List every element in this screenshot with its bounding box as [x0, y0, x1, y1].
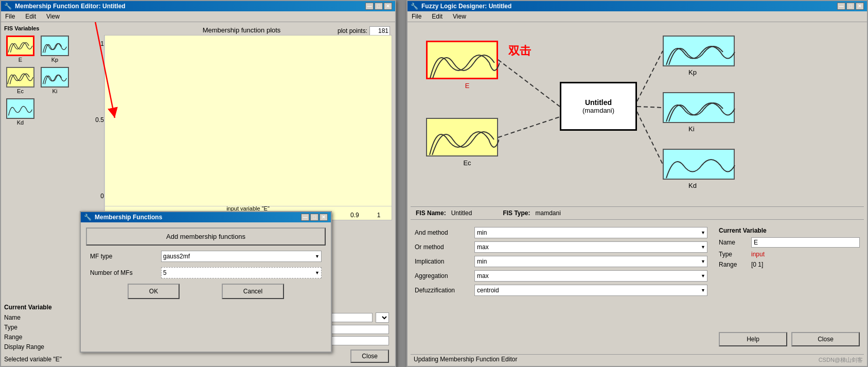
and-method-label: And method — [415, 229, 471, 236]
var-label-Kd: Kd — [17, 119, 24, 126]
fld-maximize-btn[interactable]: □ — [846, 3, 855, 10]
mfe-close-btn[interactable]: ✕ — [384, 3, 392, 10]
mfe-title-bar: 🔧 Membership Function Editor: Untitled —… — [1, 1, 395, 11]
cv-type-label: Type — [4, 324, 88, 331]
fld-title-icon: 🔧 — [411, 3, 418, 10]
var-item-Kp[interactable]: Kp — [41, 36, 69, 63]
var-box-Kd[interactable] — [6, 98, 34, 119]
mf-dialog-minimize-btn[interactable]: — — [301, 214, 309, 221]
mf-dialog-title-icon: 🔧 — [84, 214, 92, 221]
shuang-ji-label: 双击 — [508, 43, 531, 59]
defuzzification-label: Defuzzification — [415, 287, 471, 294]
var-box-E[interactable] — [6, 36, 34, 56]
dialog-button-row: OK Cancel — [86, 284, 326, 299]
mf-dialog-maximize-btn[interactable]: □ — [310, 214, 318, 221]
num-mf-label: Number of MFs — [90, 269, 157, 276]
or-method-row: Or method max — [415, 241, 707, 253]
var-label-Ec: Ec — [17, 88, 24, 94]
output-box-Ki[interactable] — [663, 92, 735, 123]
mf-dialog-close-btn[interactable]: ✕ — [320, 214, 328, 221]
wave-Kd-fld — [664, 150, 736, 181]
fld-help-close-btns: Help Close — [719, 332, 860, 346]
input-box-Ec[interactable] — [426, 118, 498, 156]
fld-menu-view[interactable]: View — [451, 12, 468, 21]
output-box-Kd[interactable] — [663, 149, 735, 180]
cancel-button[interactable]: Cancel — [222, 284, 284, 299]
type-select[interactable] — [376, 312, 389, 323]
ok-button[interactable]: OK — [128, 284, 180, 299]
wave-E-fld — [428, 42, 500, 81]
var-box-Kp[interactable] — [41, 36, 69, 56]
y-axis-labels: 1 0.5 0 — [91, 35, 104, 220]
fld-menu-edit[interactable]: Edit — [430, 12, 445, 21]
current-var-panel: Current Variable Name Type Range Display… — [1, 301, 91, 366]
fis-type-group: FIS Type: mamdani — [503, 209, 560, 217]
aggregation-select[interactable]: max — [474, 270, 707, 282]
var-item-Ki[interactable]: Ki — [41, 67, 69, 94]
defuzzification-select[interactable]: centroid — [474, 285, 707, 296]
wave-Kp-fld — [664, 37, 736, 67]
fld-content: E 双击 Ec Untitled (mamdani) — [408, 22, 867, 366]
center-box-type: (mamdani) — [582, 107, 614, 114]
mf-dialog-title-bar: 🔧 Membership Functions — □ ✕ — [81, 212, 331, 222]
implication-select-wrapper: min — [474, 256, 707, 267]
var-box-Ec[interactable] — [6, 67, 34, 88]
mf-type-select-wrapper: gauss2mf — [161, 251, 322, 262]
fld-close-btn[interactable]: Close — [791, 332, 860, 346]
plot-area-container: Membership function plots plot points: 1… — [91, 25, 392, 226]
fis-type-value: mamdani — [536, 209, 561, 217]
fld-menu-file[interactable]: File — [410, 12, 423, 21]
mf-type-select[interactable]: gauss2mf — [161, 251, 322, 262]
cv-display-range-label: Display Range — [4, 343, 88, 351]
plot-points-input[interactable] — [369, 26, 390, 36]
var-item-Kd[interactable]: Kd — [6, 98, 34, 126]
wave-Ec-fld — [427, 119, 499, 158]
mfe-menu-edit[interactable]: Edit — [23, 12, 38, 21]
output-Kp-label: Kp — [688, 68, 697, 76]
plot-points-label: plot points: — [338, 27, 367, 34]
mfe-title-text: Membership Function Editor: Untitled — [15, 3, 126, 10]
output-Kd-label: Kd — [688, 182, 697, 189]
cv-name-label: Name — [4, 314, 88, 321]
fld-window: 🔧 Fuzzy Logic Designer: Untitled — □ ✕ F… — [406, 0, 868, 367]
plot-canvas: 0 0.1 0.2 0.3 0.4 0.5 0.6 0.7 0.8 0.9 1 … — [104, 35, 392, 220]
fis-name-label: FIS Name: — [416, 209, 446, 217]
plot-title: Membership function plots — [203, 26, 281, 34]
cv-name-row: Name — [719, 237, 860, 248]
cv-type-val: input — [751, 251, 765, 258]
fld-close-btn[interactable]: ✕ — [856, 3, 864, 10]
or-method-select[interactable]: max — [474, 241, 707, 253]
fld-help-btn[interactable]: Help — [719, 332, 787, 346]
fis-name-group: FIS Name: Untitled — [416, 209, 472, 217]
fld-title-text: Fuzzy Logic Designer: Untitled — [421, 3, 511, 10]
or-method-select-wrapper: max — [474, 241, 707, 253]
var-item-E[interactable]: E — [6, 36, 34, 63]
fld-status-text: Updating Membership Function Editor — [414, 356, 517, 363]
var-box-Ki[interactable] — [41, 67, 69, 88]
mfe-minimize-btn[interactable]: — — [365, 3, 374, 10]
fld-minimize-btn[interactable]: — — [837, 3, 845, 10]
var-wave-Kd — [7, 99, 33, 118]
input-box-E[interactable] — [426, 41, 498, 79]
add-mf-button[interactable]: Add membership functions — [86, 228, 326, 246]
fis-variables-label: FIS Variables — [4, 25, 86, 31]
output-box-Kp[interactable] — [663, 36, 735, 66]
and-method-select[interactable]: min — [474, 227, 707, 238]
cv-name-input[interactable] — [751, 237, 860, 248]
arrow-svg — [104, 36, 392, 220]
num-mf-select[interactable]: 5 — [161, 267, 322, 278]
mfe-close-btn-bottom[interactable]: Close — [350, 349, 389, 363]
var-wave-E — [8, 37, 33, 55]
defuzzification-select-wrapper: centroid — [474, 285, 707, 296]
mfe-menu-file[interactable]: File — [3, 12, 17, 21]
var-item-Ec[interactable]: Ec — [6, 67, 34, 94]
implication-select[interactable]: min — [474, 256, 707, 267]
mf-dialog-content: Add membership functions MF type gauss2m… — [81, 222, 331, 304]
cv-title: Current Variable — [4, 304, 88, 311]
aggregation-select-wrapper: max — [474, 270, 707, 282]
y-tick-0: 0 — [100, 193, 104, 200]
mfe-menu-view[interactable]: View — [44, 12, 62, 21]
mfe-maximize-btn[interactable]: □ — [375, 3, 383, 10]
defuzzification-row: Defuzzification centroid — [415, 285, 707, 296]
and-method-select-wrapper: min — [474, 227, 707, 238]
